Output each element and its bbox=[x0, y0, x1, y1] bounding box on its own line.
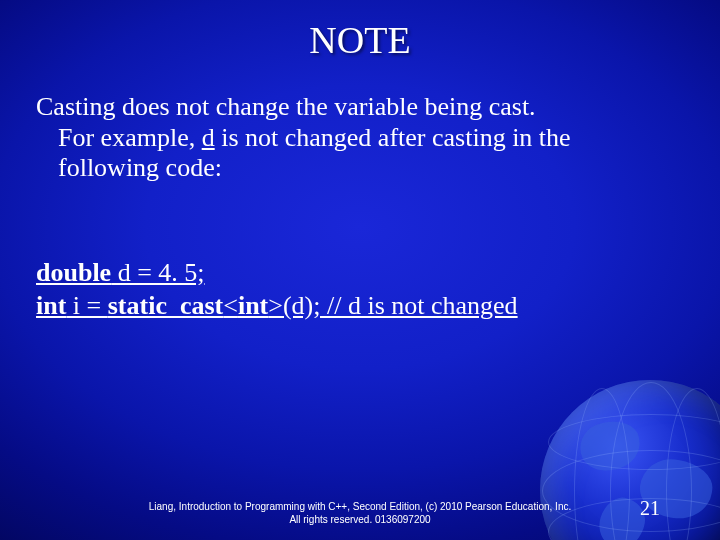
page-number: 21 bbox=[640, 497, 660, 520]
footer: Liang, Introduction to Programming with … bbox=[0, 501, 720, 526]
body-paragraph: Casting does not change the variable bei… bbox=[36, 92, 684, 184]
footer-line-1: Liang, Introduction to Programming with … bbox=[149, 501, 571, 512]
footer-line-2: All rights reserved. 0136097200 bbox=[289, 514, 430, 525]
code-l2-d: int bbox=[238, 291, 268, 320]
body-line-2-3: For example, d is not changed after cast… bbox=[36, 123, 684, 184]
body-var-d: d bbox=[202, 123, 215, 152]
slide-title: NOTE bbox=[0, 18, 720, 62]
code-block: double d = 4. 5; int i = static_cast<int… bbox=[36, 256, 684, 323]
code-kw-int: int bbox=[36, 291, 66, 320]
code-line-1: double d = 4. 5; bbox=[36, 258, 205, 287]
body-line-2a: For example, bbox=[58, 123, 202, 152]
slide: NOTE Casting does not change the variabl… bbox=[0, 0, 720, 540]
code-l2-e: >(d); // d is not changed bbox=[268, 291, 517, 320]
code-line-2: int i = static_cast<int>(d); // d is not… bbox=[36, 291, 518, 320]
code-l2-c: < bbox=[223, 291, 238, 320]
code-l2-a: i = bbox=[66, 291, 107, 320]
code-decl-rest: d = 4. 5; bbox=[111, 258, 204, 287]
body-line-3: following code: bbox=[58, 153, 222, 182]
code-l2-b: static_cast bbox=[108, 291, 224, 320]
code-kw-double: double bbox=[36, 258, 111, 287]
body-line-2b: is not changed after casting in the bbox=[215, 123, 571, 152]
body-line-1: Casting does not change the variable bei… bbox=[36, 92, 536, 121]
